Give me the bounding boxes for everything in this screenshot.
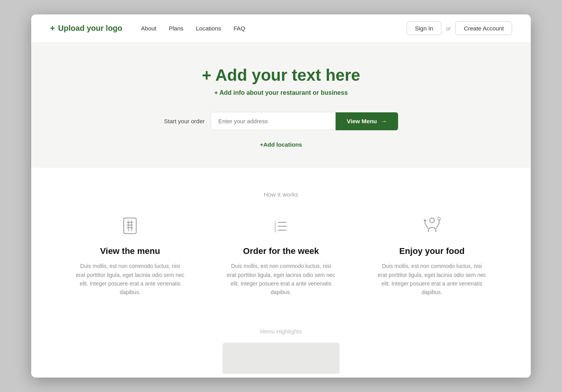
how-it-works-label: How it works [62, 191, 500, 198]
view-menu-label: View Menu [347, 118, 377, 124]
svg-line-18 [436, 223, 439, 229]
how-it-works-section: How it works View the menu Duis mollis, … [31, 168, 531, 316]
feature-title-enjoy-food: Enjoy your food [399, 246, 464, 256]
svg-rect-0 [124, 218, 136, 234]
nav-link-faq[interactable]: FAQ [233, 25, 245, 32]
menu-highlights-section: Menu Highlights [31, 316, 531, 378]
list-icon: 1 2 3 [269, 213, 293, 238]
create-account-button[interactable]: Create Account [455, 21, 512, 35]
arrow-icon: → [381, 118, 387, 125]
feature-card-view-menu: View the menu Duis mollis, est non commo… [62, 213, 198, 297]
hero-section: + Add your text here + Add info about yo… [31, 43, 531, 168]
nav-links: About Plans Locations FAQ [141, 25, 407, 32]
menu-preview-card [222, 342, 340, 374]
nav-or-text: or [446, 25, 451, 32]
nav-actions: Sign In or Create Account [407, 21, 512, 35]
svg-text:3: 3 [274, 229, 276, 233]
nav-link-plans[interactable]: Plans [169, 25, 184, 32]
menu-icon [117, 213, 142, 238]
add-locations-link[interactable]: +Add locations [50, 141, 512, 148]
logo-link[interactable]: + Upload your logo [50, 23, 122, 34]
menu-highlights-label: Menu Highlights [62, 328, 500, 335]
feature-desc-view-menu: Duis mollis, est non commodo luctus, nis… [75, 262, 185, 297]
logo-text: Upload your logo [58, 24, 122, 33]
sign-in-button[interactable]: Sign In [407, 21, 441, 35]
feature-title-order-week: Order for the week [243, 246, 319, 256]
nav-link-about[interactable]: About [141, 25, 156, 32]
address-input[interactable] [211, 112, 336, 130]
view-menu-button[interactable]: View Menu → [336, 112, 398, 130]
order-label: Start your order [164, 118, 205, 124]
feature-desc-enjoy-food: Duis mollis, est non commodo luctus, nis… [377, 262, 487, 297]
browser-window: + Upload your logo About Plans Locations… [31, 14, 531, 378]
enjoy-icon [420, 213, 445, 238]
plus-icon: + [50, 23, 55, 34]
feature-desc-order-week: Duis mollis, est non commodo luctus, nis… [226, 262, 336, 297]
features-grid: View the menu Duis mollis, est non commo… [62, 213, 500, 297]
feature-title-view-menu: View the menu [100, 246, 160, 256]
hero-subtitle: + Add info about your restaurant or busi… [50, 89, 512, 96]
feature-card-order-week: 1 2 3 Order for the week Duis mollis, es… [213, 213, 349, 297]
add-locations-text[interactable]: +Add locations [260, 141, 302, 148]
svg-point-12 [430, 218, 434, 223]
svg-line-13 [425, 223, 428, 229]
hero-order-row: Start your order View Menu → [50, 112, 512, 130]
feature-card-enjoy-food: Enjoy your food Duis mollis, est non com… [364, 213, 500, 297]
navbar: + Upload your logo About Plans Locations… [31, 14, 531, 43]
nav-link-locations[interactable]: Locations [196, 25, 221, 32]
hero-title: + Add your text here [50, 66, 512, 85]
menu-highlights-preview [62, 342, 500, 374]
